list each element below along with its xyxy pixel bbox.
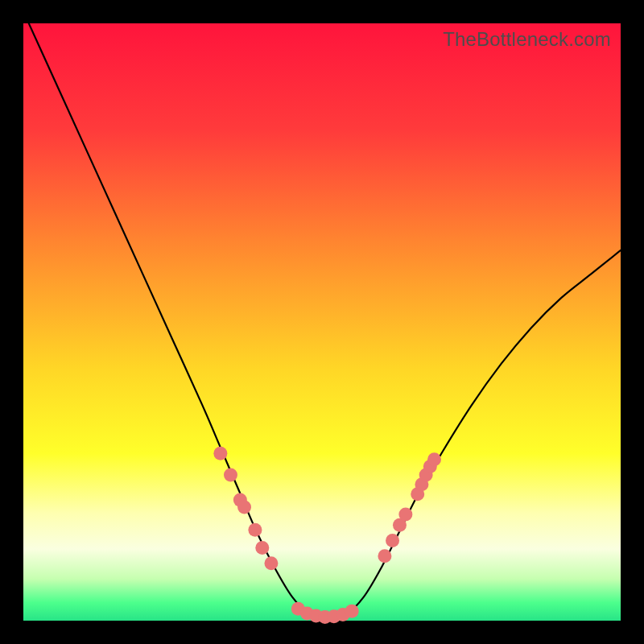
curve-marker [386,534,399,547]
curve-marker [248,523,262,537]
curve-marker [427,452,441,466]
curve-marker [224,468,237,481]
curve-layer [23,23,621,621]
curve-markers [213,447,441,624]
curve-marker [237,501,251,514]
curve-marker [213,447,227,460]
plot-area: TheBottleneck.com [23,23,621,621]
curve-marker [398,507,412,521]
curve-marker [378,549,391,563]
chart-container: TheBottleneck.com [0,0,644,644]
bottleneck-curve [23,11,621,621]
curve-marker [255,541,269,555]
curve-marker [264,556,278,570]
curve-marker [345,605,359,618]
